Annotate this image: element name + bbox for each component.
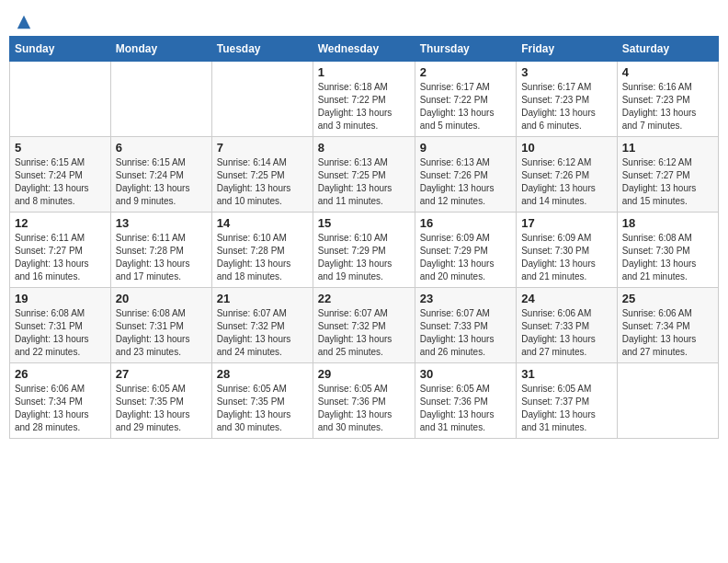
day-header: Wednesday (313, 37, 415, 62)
cell-sun-info: Sunrise: 6:06 AMSunset: 7:34 PMDaylight:… (622, 307, 713, 359)
cell-sun-info: Sunrise: 6:06 AMSunset: 7:34 PMDaylight:… (15, 383, 106, 434)
calendar-week-row: 1Sunrise: 6:18 AMSunset: 7:22 PMDaylight… (10, 62, 719, 137)
cell-date-number: 10 (521, 141, 612, 155)
calendar-cell: 8Sunrise: 6:13 AMSunset: 7:25 PMDaylight… (313, 137, 415, 213)
calendar-cell: 31Sunrise: 6:05 AMSunset: 7:37 PMDayligh… (517, 363, 618, 439)
calendar-cell: 13Sunrise: 6:11 AMSunset: 7:28 PMDayligh… (110, 213, 211, 288)
svg-marker-0 (17, 16, 30, 29)
calendar-table: SundayMondayTuesdayWednesdayThursdayFrid… (9, 36, 719, 439)
cell-sun-info: Sunrise: 6:17 AMSunset: 7:22 PMDaylight:… (420, 81, 511, 132)
cell-sun-info: Sunrise: 6:06 AMSunset: 7:33 PMDaylight:… (521, 307, 612, 359)
cell-sun-info: Sunrise: 6:05 AMSunset: 7:37 PMDaylight:… (521, 383, 612, 434)
cell-date-number: 14 (217, 216, 308, 230)
calendar-cell: 27Sunrise: 6:05 AMSunset: 7:35 PMDayligh… (110, 363, 211, 439)
calendar-cell: 10Sunrise: 6:12 AMSunset: 7:26 PMDayligh… (517, 137, 618, 213)
cell-date-number: 28 (217, 367, 308, 381)
cell-sun-info: Sunrise: 6:07 AMSunset: 7:32 PMDaylight:… (217, 307, 308, 359)
cell-date-number: 8 (318, 141, 410, 155)
cell-sun-info: Sunrise: 6:08 AMSunset: 7:31 PMDaylight:… (116, 307, 207, 359)
cell-date-number: 27 (116, 367, 207, 381)
cell-date-number: 7 (217, 141, 308, 155)
calendar-cell: 19Sunrise: 6:08 AMSunset: 7:31 PMDayligh… (10, 288, 111, 363)
day-header: Friday (517, 37, 618, 62)
calendar-cell (10, 62, 111, 137)
cell-date-number: 13 (116, 216, 207, 230)
calendar-week-row: 12Sunrise: 6:11 AMSunset: 7:27 PMDayligh… (10, 213, 719, 288)
calendar-cell: 3Sunrise: 6:17 AMSunset: 7:23 PMDaylight… (517, 62, 618, 137)
cell-sun-info: Sunrise: 6:08 AMSunset: 7:30 PMDaylight:… (622, 232, 713, 283)
cell-date-number: 29 (318, 367, 410, 381)
cell-sun-info: Sunrise: 6:05 AMSunset: 7:35 PMDaylight:… (116, 383, 207, 434)
cell-sun-info: Sunrise: 6:11 AMSunset: 7:28 PMDaylight:… (116, 232, 207, 283)
day-header: Saturday (617, 37, 718, 62)
calendar-cell: 30Sunrise: 6:05 AMSunset: 7:36 PMDayligh… (415, 363, 516, 439)
cell-date-number: 31 (521, 367, 612, 381)
page-header (9, 9, 719, 27)
calendar-cell: 2Sunrise: 6:17 AMSunset: 7:22 PMDaylight… (415, 62, 516, 137)
cell-date-number: 24 (521, 292, 612, 305)
cell-date-number: 20 (116, 292, 207, 305)
calendar-cell: 20Sunrise: 6:08 AMSunset: 7:31 PMDayligh… (110, 288, 211, 363)
day-header: Tuesday (211, 37, 313, 62)
calendar-cell: 26Sunrise: 6:06 AMSunset: 7:34 PMDayligh… (10, 363, 111, 439)
logo (14, 14, 32, 27)
cell-sun-info: Sunrise: 6:12 AMSunset: 7:26 PMDaylight:… (521, 156, 612, 208)
cell-sun-info: Sunrise: 6:11 AMSunset: 7:27 PMDaylight:… (15, 232, 106, 283)
cell-sun-info: Sunrise: 6:09 AMSunset: 7:29 PMDaylight:… (420, 232, 511, 283)
cell-date-number: 17 (521, 216, 612, 230)
calendar-cell (110, 62, 211, 137)
calendar-cell: 22Sunrise: 6:07 AMSunset: 7:32 PMDayligh… (313, 288, 415, 363)
cell-date-number: 12 (15, 216, 106, 230)
cell-date-number: 25 (622, 292, 713, 305)
calendar-week-row: 5Sunrise: 6:15 AMSunset: 7:24 PMDaylight… (10, 137, 719, 213)
calendar-cell (617, 363, 718, 439)
cell-date-number: 4 (622, 65, 713, 79)
calendar-cell (211, 62, 313, 137)
cell-date-number: 2 (420, 65, 511, 79)
calendar-cell: 25Sunrise: 6:06 AMSunset: 7:34 PMDayligh… (617, 288, 718, 363)
cell-date-number: 6 (116, 141, 207, 155)
header-row: SundayMondayTuesdayWednesdayThursdayFrid… (10, 37, 719, 62)
cell-date-number: 9 (420, 141, 511, 155)
cell-sun-info: Sunrise: 6:18 AMSunset: 7:22 PMDaylight:… (318, 81, 410, 132)
cell-date-number: 21 (217, 292, 308, 305)
cell-date-number: 26 (15, 367, 106, 381)
calendar-cell: 12Sunrise: 6:11 AMSunset: 7:27 PMDayligh… (10, 213, 111, 288)
cell-sun-info: Sunrise: 6:07 AMSunset: 7:32 PMDaylight:… (318, 307, 410, 359)
calendar-cell: 14Sunrise: 6:10 AMSunset: 7:28 PMDayligh… (211, 213, 313, 288)
cell-sun-info: Sunrise: 6:14 AMSunset: 7:25 PMDaylight:… (217, 156, 308, 208)
logo-icon (16, 14, 32, 30)
calendar-header: SundayMondayTuesdayWednesdayThursdayFrid… (10, 37, 719, 62)
cell-date-number: 16 (420, 216, 511, 230)
cell-sun-info: Sunrise: 6:10 AMSunset: 7:29 PMDaylight:… (318, 232, 410, 283)
cell-date-number: 19 (15, 292, 106, 305)
calendar-cell: 16Sunrise: 6:09 AMSunset: 7:29 PMDayligh… (415, 213, 516, 288)
cell-date-number: 23 (420, 292, 511, 305)
cell-sun-info: Sunrise: 6:07 AMSunset: 7:33 PMDaylight:… (420, 307, 511, 359)
calendar-cell: 6Sunrise: 6:15 AMSunset: 7:24 PMDaylight… (110, 137, 211, 213)
cell-date-number: 22 (318, 292, 410, 305)
cell-date-number: 15 (318, 216, 410, 230)
cell-sun-info: Sunrise: 6:08 AMSunset: 7:31 PMDaylight:… (15, 307, 106, 359)
calendar-body: 1Sunrise: 6:18 AMSunset: 7:22 PMDaylight… (10, 62, 719, 439)
cell-sun-info: Sunrise: 6:16 AMSunset: 7:23 PMDaylight:… (622, 81, 713, 132)
calendar-cell: 5Sunrise: 6:15 AMSunset: 7:24 PMDaylight… (10, 137, 111, 213)
cell-sun-info: Sunrise: 6:05 AMSunset: 7:36 PMDaylight:… (318, 383, 410, 434)
day-header: Monday (110, 37, 211, 62)
calendar-cell: 23Sunrise: 6:07 AMSunset: 7:33 PMDayligh… (415, 288, 516, 363)
calendar-cell: 15Sunrise: 6:10 AMSunset: 7:29 PMDayligh… (313, 213, 415, 288)
calendar-cell: 7Sunrise: 6:14 AMSunset: 7:25 PMDaylight… (211, 137, 313, 213)
day-header: Sunday (10, 37, 111, 62)
cell-sun-info: Sunrise: 6:12 AMSunset: 7:27 PMDaylight:… (622, 156, 713, 208)
calendar-cell: 28Sunrise: 6:05 AMSunset: 7:35 PMDayligh… (211, 363, 313, 439)
calendar-cell: 9Sunrise: 6:13 AMSunset: 7:26 PMDaylight… (415, 137, 516, 213)
calendar-cell: 24Sunrise: 6:06 AMSunset: 7:33 PMDayligh… (517, 288, 618, 363)
calendar-cell: 29Sunrise: 6:05 AMSunset: 7:36 PMDayligh… (313, 363, 415, 439)
cell-date-number: 5 (15, 141, 106, 155)
day-header: Thursday (415, 37, 516, 62)
cell-date-number: 1 (318, 65, 410, 79)
cell-sun-info: Sunrise: 6:10 AMSunset: 7:28 PMDaylight:… (217, 232, 308, 283)
cell-sun-info: Sunrise: 6:15 AMSunset: 7:24 PMDaylight:… (15, 156, 106, 208)
cell-date-number: 18 (622, 216, 713, 230)
calendar-week-row: 19Sunrise: 6:08 AMSunset: 7:31 PMDayligh… (10, 288, 719, 363)
